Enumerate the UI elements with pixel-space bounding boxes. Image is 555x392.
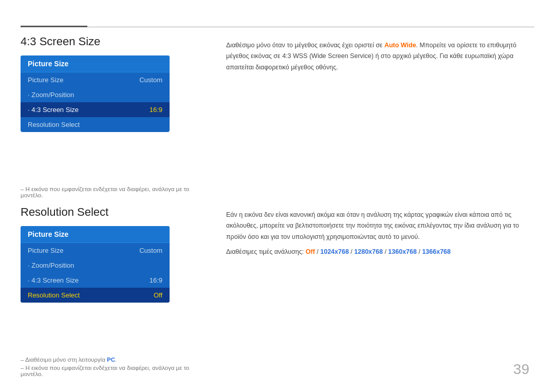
section2-note2: – Η εικόνα που εμφανίζεται ενδέχεται να …: [21, 365, 211, 377]
section2-menu: Picture Size Picture Size Custom · Zoom/…: [21, 226, 170, 303]
section1-desc-accent: Auto Wide: [384, 42, 416, 49]
section2-resolutions-label: Διαθέσιμες τιμές ανάλυσης:: [226, 248, 306, 255]
top-line-accent: [21, 26, 87, 27]
menu-label-picture-size-2: Picture Size: [28, 247, 63, 254]
section1-notes: – Η εικόνα που εμφανίζεται ενδέχεται να …: [21, 184, 211, 198]
menu-label-resselect-1: Resolution Select: [28, 121, 80, 128]
section2-description: Εάν η εικόνα δεν είναι κανονική ακόμα κα…: [226, 210, 534, 257]
section2-note1-pre: – Διαθέσιμο μόνο στη λειτουργία: [21, 357, 107, 363]
menu-label-resselect-2: Resolution Select: [28, 291, 80, 299]
menu-row-picture-size-2: Picture Size Custom: [21, 243, 170, 258]
section2-res-2: 1280x768: [354, 248, 383, 255]
menu-row-zoom-1: · Zoom/Position: [21, 87, 170, 102]
section2-note1-pc: PC: [107, 357, 115, 363]
section2-notes: – Διαθέσιμο μόνο στη λειτουργία PC. – Η …: [21, 354, 211, 377]
menu-label-43screen-1: · 4:3 Screen Size: [28, 106, 79, 114]
section1-menu-header: Picture Size: [21, 55, 170, 72]
menu-value-43screen-2: 16:9: [150, 276, 162, 284]
menu-value-picture-size-1: Custom: [139, 76, 162, 84]
menu-row-43screen-2: · 4:3 Screen Size 16:9: [21, 273, 170, 288]
section2-res-sep2: /: [349, 248, 354, 255]
section1-description: Διαθέσιμο μόνο όταν το μέγεθος εικόνας έ…: [226, 40, 534, 73]
menu-label-43screen-2: · 4:3 Screen Size: [28, 276, 79, 284]
section2-desc-text: Εάν η εικόνα δεν είναι κανονική ακόμα κα…: [226, 211, 519, 240]
section2-res-off: Off: [306, 248, 315, 255]
menu-label-picture-size-1: Picture Size: [28, 76, 63, 84]
menu-row-zoom-2: · Zoom/Position: [21, 258, 170, 273]
section2-note1-post: .: [115, 357, 117, 363]
menu-row-resselect-2: Resolution Select Off: [21, 288, 170, 303]
section2-resolutions-line: Διαθέσιμες τιμές ανάλυσης: Off / 1024x76…: [226, 247, 534, 257]
menu-value-resselect-2: Off: [154, 291, 162, 299]
section2-res-sep1: /: [315, 248, 320, 255]
menu-value-picture-size-2: Custom: [139, 247, 162, 254]
section2-title: Resolution Select: [21, 206, 257, 219]
section2-res-1: 1024x768: [320, 248, 349, 255]
section2-container: Resolution Select Picture Size Picture S…: [21, 206, 257, 303]
top-line-full: [21, 27, 534, 27]
section1-note: – Η εικόνα που εμφανίζεται ενδέχεται να …: [21, 186, 211, 198]
section1-title: 4:3 Screen Size: [21, 35, 257, 48]
menu-row-picture-size-1: Picture Size Custom: [21, 72, 170, 87]
page-number: 39: [513, 361, 529, 378]
section2-res-sep3: /: [383, 248, 388, 255]
menu-row-43screen-1: · 4:3 Screen Size 16:9: [21, 102, 170, 117]
menu-label-zoom-1: · Zoom/Position: [28, 91, 74, 99]
section2-res-4: 1366x768: [422, 248, 451, 255]
menu-row-resselect-1: Resolution Select: [21, 117, 170, 132]
section1-desc-pre: Διαθέσιμο μόνο όταν το μέγεθος εικόνας έ…: [226, 42, 384, 49]
section2-note1: – Διαθέσιμο μόνο στη λειτουργία PC.: [21, 357, 211, 363]
menu-value-43screen-1: 16:9: [150, 106, 162, 114]
section2-menu-header: Picture Size: [21, 226, 170, 243]
section1-container: 4:3 Screen Size Picture Size Picture Siz…: [21, 35, 257, 132]
section2-res-3: 1360x768: [388, 248, 417, 255]
section2-res-sep4: /: [417, 248, 422, 255]
menu-label-zoom-2: · Zoom/Position: [28, 262, 74, 269]
section1-menu: Picture Size Picture Size Custom · Zoom/…: [21, 55, 170, 132]
